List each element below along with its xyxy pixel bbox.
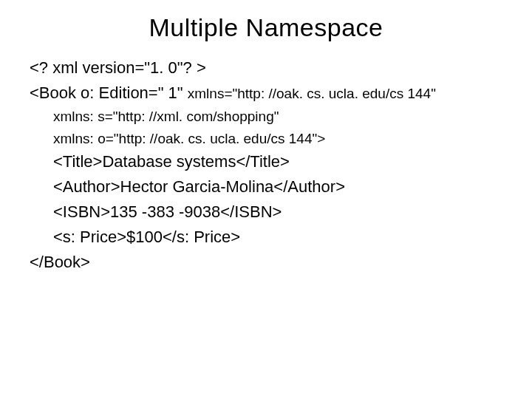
code-line-5: <Title>Database systems</Title> [30, 149, 502, 174]
code-line-2b: o: [81, 81, 98, 106]
slide-title: Multiple Namespace [30, 13, 502, 42]
code-line-2d: xmlns="http: //oak. cs. ucla. edu/cs 144… [188, 83, 436, 104]
code-line-2a: <Book [30, 81, 81, 106]
code-line-7: <ISBN>135 -383 -9038</ISBN> [30, 200, 502, 225]
code-line-2c: Edition=" 1" [99, 81, 188, 106]
code-line-4: xmlns: o="http: //oak. cs. ucla. edu/cs … [30, 128, 502, 149]
code-line-1: <? xml version="1. 0"? > [30, 55, 502, 81]
code-line-9: </Book> [30, 250, 502, 275]
code-line-3: xmlns: s="http: //xml. com/shopping" [30, 106, 502, 127]
slide: Multiple Namespace <? xml version="1. 0"… [0, 0, 532, 276]
code-line-6: <Author>Hector Garcia-Molina</Author> [30, 174, 502, 200]
code-line-8: <s: Price>$100</s: Price> [30, 225, 502, 250]
code-line-2: <Book o: Edition=" 1" xmlns="http: //oak… [30, 81, 502, 106]
